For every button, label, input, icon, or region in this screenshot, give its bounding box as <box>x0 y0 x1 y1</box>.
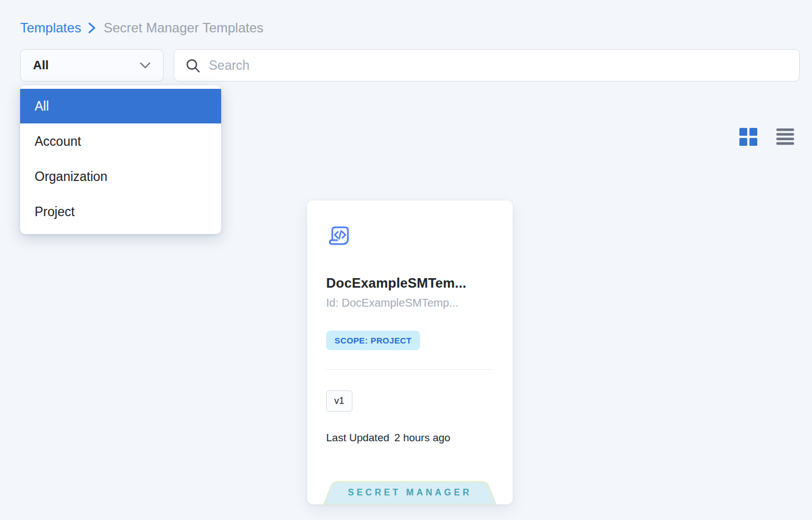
list-view-icon[interactable] <box>776 128 794 146</box>
scope-filter-value: All <box>33 58 140 73</box>
secret-manager-ribbon: SECRET MANAGER <box>323 481 497 504</box>
menu-option-project[interactable]: Project <box>20 194 221 229</box>
chevron-down-icon <box>140 62 151 69</box>
template-card[interactable]: DocExampleSMTem... Id: DocExampleSMTemp.… <box>307 201 513 504</box>
card-id-text: Id: DocExampleSMTemp... <box>326 297 493 309</box>
card-title: DocExampleSMTem... <box>326 275 493 291</box>
scope-badge: SCOPE: PROJECT <box>326 331 420 350</box>
menu-option-account[interactable]: Account <box>20 124 221 159</box>
menu-option-label: Project <box>35 204 75 220</box>
grid-view-icon[interactable] <box>739 127 758 146</box>
search-bar <box>174 49 800 82</box>
template-code-icon <box>326 225 352 250</box>
view-toggle <box>739 127 794 146</box>
breadcrumb: Templates Secret Manager Templates <box>20 20 264 36</box>
menu-option-label: Organization <box>35 169 107 184</box>
chevron-right-icon <box>88 22 97 34</box>
ribbon-label: SECRET MANAGER <box>323 488 497 498</box>
search-input[interactable] <box>174 50 799 81</box>
scope-filter-dropdown[interactable]: All <box>20 49 164 82</box>
menu-option-all[interactable]: All <box>20 89 221 123</box>
version-tag: v1 <box>326 390 352 412</box>
breadcrumb-current-page: Secret Manager Templates <box>103 20 263 36</box>
breadcrumb-templates-link[interactable]: Templates <box>20 20 81 36</box>
scope-filter-menu: All Account Organization Project <box>20 85 221 234</box>
search-icon <box>185 58 201 76</box>
last-updated-label: Last Updated <box>326 432 389 444</box>
last-updated-value: 2 hours ago <box>394 432 450 444</box>
menu-option-label: All <box>35 99 49 114</box>
menu-option-label: Account <box>35 134 81 149</box>
menu-option-organization[interactable]: Organization <box>20 159 221 194</box>
last-updated-row: Last Updated 2 hours ago <box>326 432 493 444</box>
